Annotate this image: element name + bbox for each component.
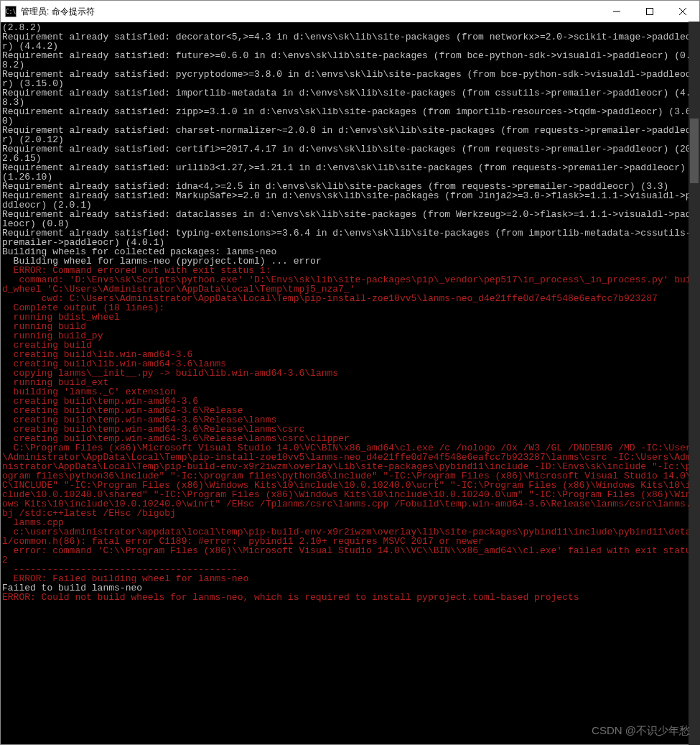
terminal-line: command: 'D:\Envs\sk\Scripts\python.exe'… [2, 275, 698, 294]
terminal-line: C:\Program Files (x86)\Microsoft Visual … [2, 443, 698, 518]
svg-rect-1 [647, 9, 653, 15]
terminal-line: Requirement already satisfied: certifi>=… [2, 144, 698, 163]
terminal-line: Requirement already satisfied: MarkupSaf… [2, 191, 698, 210]
titlebar[interactable]: C:\ 管理员: 命令提示符 [1, 1, 699, 22]
cmd-icon: C:\ [5, 6, 17, 17]
terminal-line: running build [2, 322, 698, 331]
terminal-line: ERROR: Could not build wheels for lanms-… [2, 593, 698, 602]
window-title: 管理员: 命令提示符 [21, 6, 600, 18]
terminal-line: Requirement already satisfied: importlib… [2, 88, 698, 107]
terminal-line: c:\users\administrator\appdata\local\tem… [2, 527, 698, 546]
command-prompt-window: C:\ 管理员: 命令提示符 (2.8.2)Requirement alread… [0, 0, 700, 745]
maximize-button[interactable] [633, 1, 666, 22]
terminal-line: Requirement already satisfied: typing-ex… [2, 228, 698, 247]
terminal-line: Requirement already satisfied: decorator… [2, 32, 698, 51]
terminal-line: Requirement already satisfied: dataclass… [2, 210, 698, 228]
vertical-scrollbar[interactable] [689, 22, 700, 745]
terminal-line: error: command 'C:\\Program Files (x86)\… [2, 546, 698, 565]
terminal-line: running bdist_wheel [2, 313, 698, 322]
terminal-line: Requirement already satisfied: future>=0… [2, 51, 698, 70]
terminal-line: Requirement already satisfied: charset-n… [2, 126, 698, 144]
terminal-line: Requirement already satisfied: urllib3<1… [2, 163, 698, 182]
window-controls [600, 1, 699, 22]
terminal-line: Requirement already satisfied: pycryptod… [2, 70, 698, 88]
terminal-output[interactable]: (2.8.2)Requirement already satisfied: de… [1, 22, 699, 744]
minimize-button[interactable] [600, 1, 633, 22]
terminal-line: Requirement already satisfied: zipp>=3.1… [2, 107, 698, 126]
scrollbar-thumb[interactable] [690, 119, 699, 183]
terminal-line: running build_py [2, 331, 698, 341]
close-button[interactable] [666, 1, 699, 22]
